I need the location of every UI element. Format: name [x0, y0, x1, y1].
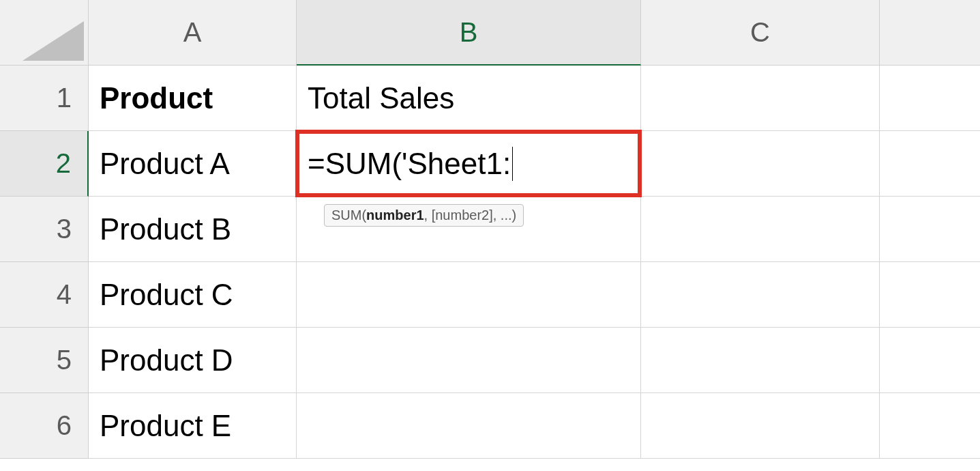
cell-D2[interactable]	[880, 131, 980, 197]
col-header-D[interactable]: D	[880, 0, 980, 66]
col-header-B[interactable]: B	[297, 0, 641, 66]
cell-C5[interactable]	[641, 328, 880, 393]
cell-C3[interactable]	[641, 197, 880, 262]
row-header-1[interactable]: 1	[0, 66, 89, 131]
cell-B5[interactable]	[297, 328, 641, 393]
cell-C6[interactable]	[641, 393, 880, 459]
spreadsheet-grid: A B C D 1 Product Total Sales 2 Product …	[0, 0, 980, 459]
cell-D6[interactable]	[880, 393, 980, 459]
col-header-A[interactable]: A	[89, 0, 297, 66]
cell-B6[interactable]	[297, 393, 641, 459]
cell-A4[interactable]: Product C	[89, 262, 297, 328]
cell-D4[interactable]	[880, 262, 980, 328]
cell-D3[interactable]	[880, 197, 980, 262]
cell-C4[interactable]	[641, 262, 880, 328]
text-caret	[512, 147, 513, 181]
cell-B4[interactable]	[297, 262, 641, 328]
formula-tooltip[interactable]: SUM(number1, [number2], ...)	[324, 204, 524, 227]
cell-D1[interactable]	[880, 66, 980, 131]
tooltip-rest: , [number2], ...)	[424, 208, 517, 223]
row-header-2[interactable]: 2	[0, 131, 89, 197]
cell-A5[interactable]: Product D	[89, 328, 297, 393]
cell-C2[interactable]	[641, 131, 880, 197]
tooltip-fn: SUM(	[331, 208, 366, 223]
tooltip-arg1: number1	[366, 208, 424, 223]
cell-A1[interactable]: Product	[89, 66, 297, 131]
cell-A3[interactable]: Product B	[89, 197, 297, 262]
select-all-corner[interactable]	[0, 0, 89, 66]
cell-D5[interactable]	[880, 328, 980, 393]
cell-C1[interactable]	[641, 66, 880, 131]
formula-text: =SUM('Sheet1:	[308, 147, 511, 181]
cell-B2[interactable]: =SUM('Sheet1: SUM(number1, [number2], ..…	[297, 131, 641, 197]
cell-A6[interactable]: Product E	[89, 393, 297, 459]
cell-A2[interactable]: Product A	[89, 131, 297, 197]
col-header-C[interactable]: C	[641, 0, 880, 66]
row-header-6[interactable]: 6	[0, 393, 89, 459]
row-header-3[interactable]: 3	[0, 197, 89, 262]
row-header-5[interactable]: 5	[0, 328, 89, 393]
cell-B1[interactable]: Total Sales	[297, 66, 641, 131]
row-header-4[interactable]: 4	[0, 262, 89, 328]
